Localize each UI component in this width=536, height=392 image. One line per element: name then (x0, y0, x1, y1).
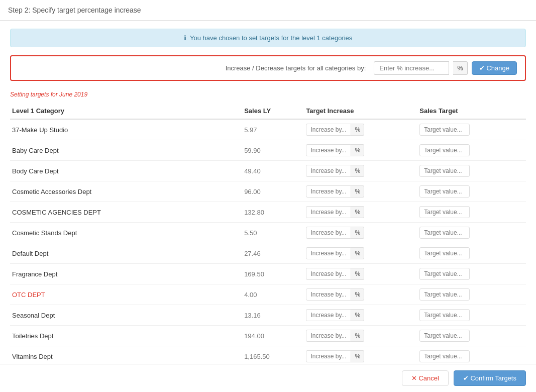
target-value-input[interactable] (419, 309, 470, 321)
increase-by-input[interactable] (306, 247, 351, 259)
sales-ly-value: 4.00 (242, 284, 304, 305)
target-increase-cell: % (304, 284, 417, 305)
sales-target-cell (417, 223, 526, 243)
target-value-input[interactable] (419, 185, 470, 198)
target-value-input[interactable] (419, 288, 470, 301)
table-row: Fragrance Dept169.50% (10, 264, 526, 284)
info-icon: ℹ (184, 34, 186, 42)
sales-ly-value: 169.50 (242, 264, 304, 284)
percent-button[interactable]: % (351, 165, 364, 177)
col-header-sales-ly: Sales LY (242, 103, 304, 119)
sales-target-cell (417, 264, 526, 284)
sales-ly-value: 5.50 (242, 223, 304, 243)
target-value-input[interactable] (419, 124, 470, 136)
target-value-input[interactable] (419, 144, 470, 156)
category-name: COSMETIC AGENCIES DEPT (10, 202, 242, 223)
sales-ly-value: 5.97 (242, 119, 304, 140)
category-name: Baby Care Dept (10, 140, 242, 161)
bulk-percent-symbol[interactable]: % (453, 61, 468, 75)
increase-by-input[interactable] (306, 144, 351, 156)
increase-by-input[interactable] (306, 268, 351, 280)
increase-by-input[interactable] (306, 185, 351, 198)
increase-by-input[interactable] (306, 288, 351, 301)
target-value-input[interactable] (419, 350, 470, 362)
percent-button[interactable]: % (351, 288, 364, 301)
cancel-button[interactable]: ✕ Cancel (402, 370, 449, 375)
col-header-target-increase: Target Increase (304, 103, 417, 119)
target-increase-cell: % (304, 181, 417, 202)
target-increase-cell: % (304, 243, 417, 264)
increase-by-input[interactable] (306, 350, 351, 362)
bulk-percent-input[interactable] (374, 61, 449, 75)
sales-target-cell (417, 140, 526, 161)
page-title: Step 2: Specify target percentage increa… (8, 6, 528, 14)
bulk-change-section: Increase / Decrease targets for all cate… (10, 55, 526, 81)
increase-by-input[interactable] (306, 165, 351, 177)
sales-target-cell (417, 119, 526, 140)
target-increase-cell: % (304, 140, 417, 161)
target-increase-cell: % (304, 326, 417, 346)
increase-by-input[interactable] (306, 227, 351, 239)
category-name: Body Care Dept (10, 161, 242, 181)
info-banner: ℹ You have chosen to set targets for the… (10, 29, 526, 47)
target-increase-cell: % (304, 264, 417, 284)
sales-ly-value: 96.00 (242, 181, 304, 202)
increase-by-input[interactable] (306, 309, 351, 321)
percent-button[interactable]: % (351, 247, 364, 259)
category-name: 37-Make Up Studio (10, 119, 242, 140)
percent-button[interactable]: % (351, 309, 364, 321)
target-value-input[interactable] (419, 330, 470, 342)
target-value-input[interactable] (419, 227, 470, 239)
percent-button[interactable]: % (351, 330, 364, 342)
percent-button[interactable]: % (351, 227, 364, 239)
table-row: Cosmetic Accessories Dept96.00% (10, 181, 526, 202)
table-row: Body Care Dept49.40% (10, 161, 526, 181)
target-increase-cell: % (304, 161, 417, 181)
sales-target-cell (417, 161, 526, 181)
category-name: Fragrance Dept (10, 264, 242, 284)
target-value-input[interactable] (419, 206, 470, 218)
category-name: Seasonal Dept (10, 305, 242, 326)
increase-by-input[interactable] (306, 124, 351, 136)
sales-ly-value: 49.40 (242, 161, 304, 181)
percent-button[interactable]: % (351, 268, 364, 280)
info-banner-text: You have chosen to set targets for the l… (190, 34, 352, 42)
category-name: OTC DEPT (10, 284, 242, 305)
sales-target-cell (417, 202, 526, 223)
percent-button[interactable]: % (351, 124, 364, 136)
target-value-input[interactable] (419, 247, 470, 259)
percent-button[interactable]: % (351, 185, 364, 198)
sales-target-cell (417, 305, 526, 326)
table-row: Baby Care Dept59.90% (10, 140, 526, 161)
target-increase-cell: % (304, 202, 417, 223)
sales-ly-value: 132.80 (242, 202, 304, 223)
table-row: Toiletries Dept194.00% (10, 326, 526, 346)
table-row: COSMETIC AGENCIES DEPT132.80% (10, 202, 526, 223)
percent-button[interactable]: % (351, 144, 364, 156)
percent-button[interactable]: % (351, 350, 364, 362)
sales-ly-value: 59.90 (242, 140, 304, 161)
target-increase-cell: % (304, 119, 417, 140)
change-button[interactable]: ✔ Change (472, 61, 517, 75)
sales-target-cell (417, 284, 526, 305)
footer-bar: ✕ Cancel ✔ Confirm Targets (0, 364, 536, 375)
target-value-input[interactable] (419, 165, 470, 177)
confirm-targets-button[interactable]: ✔ Confirm Targets (454, 370, 526, 375)
bulk-change-label: Increase / Decrease targets for all cate… (226, 64, 366, 72)
increase-by-input[interactable] (306, 206, 351, 218)
table-row: 37-Make Up Studio5.97% (10, 119, 526, 140)
table-row: Seasonal Dept13.16% (10, 305, 526, 326)
target-value-input[interactable] (419, 268, 470, 280)
setting-label: Setting targets for June 2019 (10, 91, 526, 98)
increase-by-input[interactable] (306, 330, 351, 342)
sales-target-cell (417, 243, 526, 264)
target-increase-cell: % (304, 305, 417, 326)
category-name: Toiletries Dept (10, 326, 242, 346)
sales-target-cell (417, 181, 526, 202)
category-name: Cosmetic Accessories Dept (10, 181, 242, 202)
category-name: Cosmetic Stands Dept (10, 223, 242, 243)
target-increase-cell: % (304, 223, 417, 243)
table-row: Default Dept27.46% (10, 243, 526, 264)
percent-button[interactable]: % (351, 206, 364, 218)
table-row: Cosmetic Stands Dept5.50% (10, 223, 526, 243)
